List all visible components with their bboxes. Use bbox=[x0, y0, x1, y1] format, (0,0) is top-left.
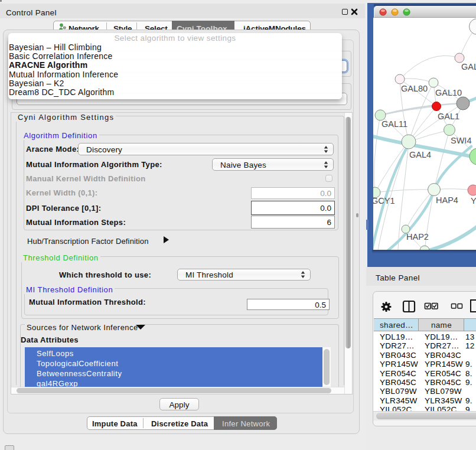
svg-text:HAP2: HAP2 bbox=[406, 232, 429, 242]
svg-text:Y: Y bbox=[471, 196, 476, 206]
svg-text:HAP4: HAP4 bbox=[436, 195, 458, 205]
svg-text:GAL4: GAL4 bbox=[409, 150, 431, 159]
svg-text:GCY1: GCY1 bbox=[373, 196, 395, 206]
svg-text:GAL1: GAL1 bbox=[438, 112, 459, 121]
svg-text:GAL11: GAL11 bbox=[382, 119, 407, 129]
svg-text:SWI4: SWI4 bbox=[451, 136, 471, 145]
svg-text:GAL7: GAL7 bbox=[461, 62, 476, 71]
svg-text:GAL80: GAL80 bbox=[401, 84, 428, 93]
svg-text:GAL10: GAL10 bbox=[435, 88, 462, 97]
